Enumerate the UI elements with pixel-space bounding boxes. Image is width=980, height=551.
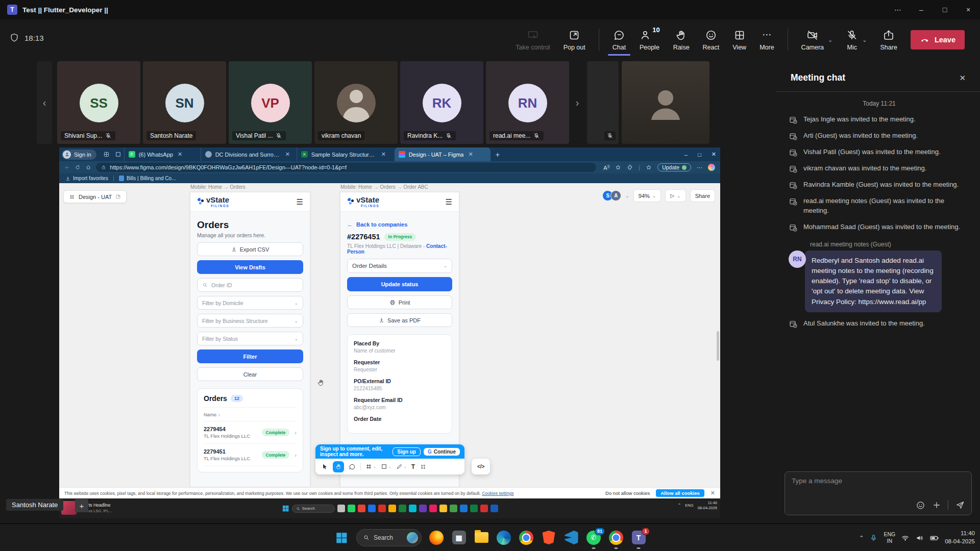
participant-tile[interactable]: vikram chavan xyxy=(314,61,398,144)
app-icon[interactable] xyxy=(450,505,457,512)
shared-search-box[interactable]: Search xyxy=(292,505,335,513)
sign-up-button[interactable]: Sign up xyxy=(393,447,421,456)
tray-mic-icon[interactable] xyxy=(869,534,878,542)
browser-minimize-button[interactable]: – xyxy=(684,152,688,158)
taskbar-search-box[interactable]: Search xyxy=(356,529,422,546)
shape-tool-icon[interactable]: ⌄ xyxy=(381,463,391,470)
participant-tile[interactable]: SN Santosh Narate xyxy=(143,61,226,144)
app-icon[interactable] xyxy=(439,505,447,512)
comment-tool-icon[interactable] xyxy=(349,463,356,470)
browser-close-button[interactable]: ✕ xyxy=(712,151,716,158)
import-favorites-button[interactable]: Import favorites xyxy=(65,176,108,181)
emoji-icon[interactable] xyxy=(916,500,925,510)
hand-tool-icon[interactable] xyxy=(333,461,344,472)
favorites-folder-bills[interactable]: Bills | Billing and Co... xyxy=(119,176,176,181)
cookie-close-icon[interactable]: ✕ xyxy=(710,490,715,496)
send-icon[interactable] xyxy=(955,500,965,510)
browser-tab[interactable]: DC Divisions and Surroundings✕ xyxy=(201,147,297,161)
file-manager-icon[interactable]: ▦ xyxy=(451,530,467,545)
tab-close-icon[interactable]: ✕ xyxy=(468,151,473,158)
wifi-icon[interactable] xyxy=(901,534,910,542)
app-icon[interactable] xyxy=(429,505,437,512)
participant-tile[interactable]: SS Shivani Sup... xyxy=(57,61,140,144)
battery-icon[interactable] xyxy=(929,533,939,543)
move-tool-icon[interactable] xyxy=(321,463,328,470)
refresh-icon[interactable] xyxy=(75,164,80,170)
participant-tile[interactable]: RK Ravindra K... xyxy=(400,61,483,144)
dev-mode-toggle[interactable]: </> xyxy=(472,459,490,474)
titlebar-more-icon[interactable]: ⋯ xyxy=(886,0,910,19)
browser-update-button[interactable]: Update xyxy=(657,163,691,171)
order-detail-mockup-frame[interactable]: vState FILINGS ☰ ←Back to companies #227… xyxy=(340,192,459,487)
vertical-tabs-icon[interactable] xyxy=(115,151,121,158)
minimize-button[interactable]: – xyxy=(910,0,933,19)
chrome-icon[interactable] xyxy=(519,530,534,545)
raise-hand-button[interactable]: Raise xyxy=(673,29,690,51)
start-icon[interactable] xyxy=(282,505,289,512)
pen-tool-icon[interactable]: ⌄ xyxy=(396,463,407,470)
view-button[interactable]: View xyxy=(732,29,746,51)
frame-label[interactable]: Mobile: Home → Orders → Order ABC xyxy=(340,184,428,190)
spotlight-video-tile[interactable] xyxy=(622,61,709,144)
extensions-icon[interactable] xyxy=(627,164,633,170)
react-button[interactable]: React xyxy=(703,29,720,51)
expand-controls-button[interactable]: + xyxy=(75,499,88,512)
back-icon[interactable] xyxy=(64,164,70,171)
language-indicator[interactable]: ENG IN xyxy=(884,531,895,544)
volume-icon[interactable] xyxy=(915,534,924,542)
tab-close-icon[interactable]: ✕ xyxy=(381,151,386,158)
app-icon[interactable] xyxy=(409,505,416,512)
resources-tool-icon[interactable] xyxy=(420,463,427,470)
teams-icon[interactable]: T 1 xyxy=(631,530,646,545)
tab-close-icon[interactable]: ✕ xyxy=(285,151,290,158)
figma-share-button[interactable]: Share xyxy=(690,189,715,202)
collaborator-avatar[interactable]: A xyxy=(610,190,621,201)
participant-tile[interactable]: VP Vishal Patil ... xyxy=(229,61,312,144)
pop-out-button[interactable]: Pop out xyxy=(564,29,585,51)
file-explorer-icon[interactable] xyxy=(474,530,489,545)
close-button[interactable]: × xyxy=(957,0,980,19)
start-button[interactable] xyxy=(334,530,349,545)
tiles-scroll-left-button[interactable]: ‹ xyxy=(37,61,52,144)
browser-tab[interactable]: ✆ (6) WhatsApp✕ xyxy=(124,147,201,161)
participant-tile-partial[interactable] xyxy=(587,61,619,144)
canvas-scrollbar[interactable] xyxy=(717,331,719,361)
chat-close-icon[interactable]: ✕ xyxy=(959,73,966,83)
app-icon[interactable] xyxy=(378,505,386,512)
app-icon[interactable] xyxy=(358,505,365,512)
continue-with-google-button[interactable]: G Continue xyxy=(424,448,460,456)
tray-expand-chevron-icon[interactable]: ⌃ xyxy=(859,535,864,541)
browser-menu-icon[interactable]: ⋯ xyxy=(697,164,702,171)
brave-icon[interactable] xyxy=(541,530,556,545)
leave-button[interactable]: Leave xyxy=(911,30,965,49)
zoom-dropdown[interactable]: 94%⌄ xyxy=(633,189,662,202)
mic-options-chevron-icon[interactable]: ⌄ xyxy=(862,37,867,43)
new-tab-button[interactable]: + xyxy=(496,151,500,159)
allow-cookies-button[interactable]: Allow all cookies xyxy=(656,489,704,497)
app-icon[interactable] xyxy=(419,505,427,512)
firefox-icon[interactable] xyxy=(429,530,444,545)
more-button[interactable]: ⋯ More xyxy=(760,29,774,51)
browser-maximize-button[interactable]: □ xyxy=(698,152,701,158)
browser-tab-active[interactable]: Design - UAT – Figma✕ xyxy=(395,147,491,161)
app-icon[interactable] xyxy=(399,505,406,512)
cookies-settings-link[interactable]: Cookies settings xyxy=(482,491,513,496)
app-icon[interactable] xyxy=(348,505,355,512)
maximize-button[interactable]: □ xyxy=(933,0,957,19)
duplicate-icon[interactable] xyxy=(115,194,121,199)
clock[interactable]: 11:40 08-04-2025 xyxy=(945,530,975,545)
frame-tool-icon[interactable]: ⌄ xyxy=(365,463,376,470)
read-aloud-icon[interactable]: A)) xyxy=(603,164,609,171)
chat-message-input[interactable]: Type a message xyxy=(785,471,972,515)
app-icon[interactable] xyxy=(480,505,488,512)
mic-button[interactable]: Mic xyxy=(846,29,858,51)
tab-actions-icon[interactable] xyxy=(103,151,110,158)
present-button[interactable]: ▷⌄ xyxy=(665,189,685,202)
home-icon[interactable] xyxy=(86,164,91,170)
orders-mockup-frame[interactable]: vState FILINGS ☰ Orders Manage all your … xyxy=(190,192,310,487)
participant-tile[interactable]: RN read.ai mee... xyxy=(486,61,569,144)
camera-button[interactable]: Camera xyxy=(801,29,824,51)
app-icon[interactable] xyxy=(491,505,498,512)
browser-tab[interactable]: X Sample Salary Structure with calc✕ xyxy=(297,147,395,161)
collaborators-chevron-icon[interactable]: ⌄ xyxy=(625,193,629,198)
